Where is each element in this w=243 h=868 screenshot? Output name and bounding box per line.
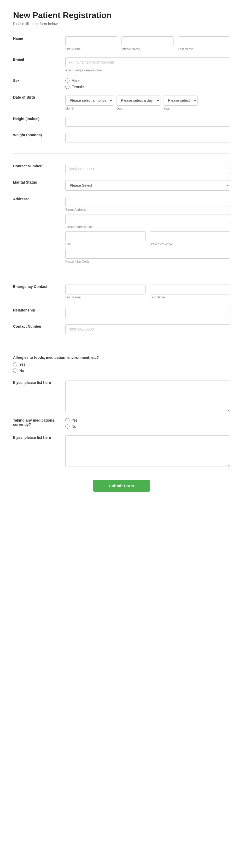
last-name-sublabel: Last Name: [178, 47, 230, 51]
allergies-list-label: If yes, please list here: [13, 380, 60, 385]
sex-female-label: Female: [72, 85, 84, 89]
dob-year-select[interactable]: Please select 20262025202420232022202120…: [164, 95, 198, 106]
allergies-no-radio[interactable]: [13, 369, 17, 373]
weight-input[interactable]: [65, 133, 230, 143]
medications-yes-label: Yes: [72, 418, 78, 422]
dob-month-select[interactable]: Please select a month January February M…: [65, 95, 113, 106]
emergency-label: Emergency Contact:: [13, 284, 60, 289]
allergies-no-option[interactable]: No: [13, 369, 230, 373]
contact-input[interactable]: [65, 164, 230, 174]
weight-section: Weight (pounds): [13, 133, 230, 143]
street2-field: Street Address Line 2: [65, 214, 230, 229]
middle-name-field: Middle Name: [122, 36, 173, 51]
medications-no-radio[interactable]: [65, 425, 70, 429]
emergency-first-name-input[interactable]: [65, 284, 145, 294]
allergies-section: Allergies to foods, medication, environm…: [13, 355, 230, 373]
marital-label: Marital Status: [13, 180, 60, 184]
name-fields-row: First Name Middle Name Last Name: [65, 36, 230, 51]
allergies-list-section: If yes, please list here: [13, 380, 230, 412]
page-subtitle: Please fill in the form below: [13, 22, 230, 26]
contact-field-container: [65, 164, 230, 174]
sex-female-radio[interactable]: [65, 85, 70, 89]
street2-input[interactable]: [65, 214, 230, 224]
relationship-section: Relationship: [13, 308, 230, 318]
relationship-field-container: [65, 308, 230, 318]
sex-section: Sex Male Female: [13, 79, 230, 89]
allergies-textarea[interactable]: [65, 380, 230, 412]
email-input[interactable]: [65, 57, 230, 67]
address-fields: Street Address Street Address Line 2 Cit…: [65, 197, 230, 264]
emergency-first-name-field: First Name: [65, 284, 145, 299]
emergency-first-name-label: First Name: [65, 296, 145, 299]
address-label: Address:: [13, 197, 60, 201]
dob-day-field: Please select a day 123 456 789 101112 1…: [116, 95, 161, 111]
marital-select[interactable]: Please Select Single Married Divorced Wi…: [65, 180, 230, 191]
allergies-yes-option[interactable]: Yes: [13, 362, 230, 366]
medications-yes-radio[interactable]: [65, 418, 70, 422]
submit-row: Submit Form: [13, 480, 230, 492]
weight-label: Weight (pounds): [13, 133, 60, 137]
emergency-last-name-input[interactable]: [150, 284, 230, 294]
marital-section: Marital Status Please Select Single Marr…: [13, 180, 230, 191]
postal-label: Postal / Zip Code: [65, 260, 230, 264]
street1-label: Street Address: [65, 208, 230, 212]
height-input[interactable]: [65, 117, 230, 127]
postal-field: Postal / Zip Code: [65, 249, 230, 264]
allergies-yes-radio[interactable]: [13, 362, 17, 366]
medications-no-option[interactable]: No: [65, 425, 230, 429]
street1-field: Street Address: [65, 197, 230, 212]
medications-textarea[interactable]: [65, 435, 230, 467]
height-field-container: [65, 117, 230, 127]
first-name-input[interactable]: [65, 36, 117, 46]
sex-male-option[interactable]: Male: [65, 79, 230, 83]
allergies-radio-group: Yes No: [13, 362, 230, 373]
relationship-input[interactable]: [65, 308, 230, 318]
medications-section: Taking any medications, currently? Yes N…: [13, 418, 230, 429]
dob-year-field: Please select 20262025202420232022202120…: [164, 95, 198, 111]
state-input[interactable]: [150, 231, 230, 241]
emergency-fields: First Name Last Name: [65, 284, 230, 302]
dob-day-select[interactable]: Please select a day 123 456 789 101112 1…: [116, 95, 161, 106]
dob-section: Date of Birth Please select a month Janu…: [13, 95, 230, 111]
last-name-input[interactable]: [178, 36, 230, 46]
city-input[interactable]: [65, 231, 145, 241]
submit-button[interactable]: Submit Form: [93, 480, 150, 492]
city-field: City: [65, 231, 145, 246]
page-title: New Patient Registration: [13, 10, 230, 20]
allergies-no-label: No: [19, 369, 24, 373]
dob-label: Date of Birth: [13, 95, 60, 99]
weight-field-container: [65, 133, 230, 143]
medications-label: Taking any medications, currently?: [13, 418, 60, 427]
emergency-contact-number-input[interactable]: [65, 324, 230, 334]
street2-label: Street Address Line 2: [65, 225, 230, 229]
emergency-contact-number-section: Contact Number: [13, 324, 230, 334]
sex-male-radio[interactable]: [65, 79, 70, 83]
relationship-label: Relationship: [13, 308, 60, 312]
emergency-last-name-label: Last Name: [150, 296, 230, 299]
emergency-name-row: First Name Last Name: [65, 284, 230, 299]
dob-fields-row: Please select a month January February M…: [65, 95, 230, 111]
email-field-container: example@example.com: [65, 57, 230, 72]
postal-input[interactable]: [65, 249, 230, 259]
street1-input[interactable]: [65, 197, 230, 207]
medications-yes-option[interactable]: Yes: [65, 418, 230, 422]
dob-day-label: Day: [116, 107, 161, 111]
dob-month-field: Please select a month January February M…: [65, 95, 113, 111]
sex-label: Sex: [13, 79, 60, 83]
medications-radio-group: Yes No: [65, 418, 230, 429]
middle-name-sublabel: Middle Name: [122, 47, 173, 51]
email-hint: example@example.com: [65, 68, 230, 72]
marital-field-container: Please Select Single Married Divorced Wi…: [65, 180, 230, 191]
middle-name-input[interactable]: [122, 36, 173, 46]
medications-list-section: If yes, please list here: [13, 435, 230, 467]
divider-3: [13, 345, 230, 345]
state-label: State / Province: [150, 242, 230, 246]
name-section: Name First Name Middle Name Last Name: [13, 36, 230, 51]
state-field: State / Province: [150, 231, 230, 246]
sex-female-option[interactable]: Female: [65, 85, 230, 89]
name-label: Name: [13, 36, 60, 40]
height-label: Height (inches): [13, 117, 60, 121]
emergency-contact-number-field-container: [65, 324, 230, 334]
last-name-field: Last Name: [178, 36, 230, 51]
sex-radio-group: Male Female: [65, 79, 230, 89]
